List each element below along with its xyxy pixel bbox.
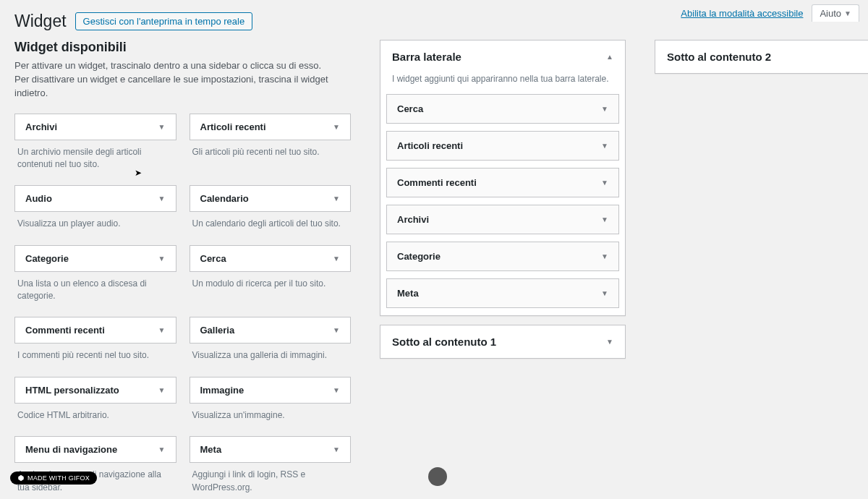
available-widget-item: Categorie▼Una lista o un elenco a disces… xyxy=(14,245,176,315)
caret-down-icon: ▼ xyxy=(844,9,851,17)
gifox-logo-icon xyxy=(17,474,25,482)
available-widget-desc: Un modulo di ricerca per il tuo sito. xyxy=(190,272,352,302)
available-widget-title: HTML personalizzato xyxy=(25,385,119,396)
widget-area-sidebar: Barra laterale ▲ I widget aggiunti qui a… xyxy=(380,40,626,316)
placed-widget-title: Commenti recenti xyxy=(397,177,477,188)
caret-down-icon: ▼ xyxy=(333,386,340,394)
available-widget-title: Cerca xyxy=(200,253,226,264)
caret-down-icon: ▼ xyxy=(601,179,608,187)
available-widget-box[interactable]: Immagine▼ xyxy=(190,377,352,404)
available-widget-title: Articoli recenti xyxy=(200,121,266,132)
caret-down-icon: ▼ xyxy=(333,195,340,202)
placed-widget-title: Articoli recenti xyxy=(397,140,463,151)
available-widget-desc: Un archivio mensile degli articoli conte… xyxy=(14,140,176,183)
widget-area-below-1-header[interactable]: Sotto al contenuto 1 ▼ xyxy=(380,325,625,358)
available-widget-item: Menu di navigazione▼Aggiungi un menu di … xyxy=(14,436,176,499)
available-widget-desc: Gli articoli più recenti nel tuo sito. xyxy=(190,140,352,170)
caret-down-icon: ▼ xyxy=(333,445,340,453)
widget-area-below-2-header[interactable]: Sotto al contenuto 2 ▼ xyxy=(655,40,868,73)
caret-down-icon: ▼ xyxy=(158,326,166,334)
widget-area-below-1: Sotto al contenuto 1 ▼ xyxy=(380,325,626,359)
placed-widget[interactable]: Categorie▼ xyxy=(386,242,619,271)
manage-live-preview-button[interactable]: Gestisci con l'anteprima in tempo reale xyxy=(75,12,253,30)
available-widget-item: Meta▼Aggiungi i link di login, RSS e Wor… xyxy=(190,436,352,499)
placed-widget[interactable]: Archivi▼ xyxy=(386,205,619,234)
placed-widget[interactable]: Commenti recenti▼ xyxy=(386,168,619,197)
accessible-mode-link[interactable]: Abilita la modalità accessibile xyxy=(681,8,803,19)
available-widget-desc: Una lista o un elenco a discesa di categ… xyxy=(14,272,176,315)
widget-area-title: Barra laterale xyxy=(392,51,461,63)
placed-widget[interactable]: Meta▼ xyxy=(386,278,619,308)
available-widget-box[interactable]: Galleria▼ xyxy=(190,317,352,344)
available-widget-box[interactable]: Cerca▼ xyxy=(190,245,352,272)
caret-down-icon: ▼ xyxy=(606,338,613,346)
available-widget-title: Galleria xyxy=(200,325,235,336)
caret-down-icon: ▼ xyxy=(158,445,166,453)
widget-area-below-2: Sotto al contenuto 2 ▼ xyxy=(655,40,868,74)
available-widget-item: Archivi▼Un archivio mensile degli artico… xyxy=(14,114,176,183)
widget-area-title: Sotto al contenuto 1 xyxy=(392,336,496,348)
gifox-badge: MADE WITH GIFOX xyxy=(10,472,97,485)
available-widget-item: Commenti recenti▼I commenti più recenti … xyxy=(14,317,176,373)
available-widget-box[interactable]: Audio▼ xyxy=(14,185,176,212)
available-widgets-heading: Widget disponibili xyxy=(14,40,351,55)
available-widget-box[interactable]: Meta▼ xyxy=(190,436,352,463)
available-widget-item: Cerca▼Un modulo di ricerca per il tuo si… xyxy=(190,245,352,315)
available-widget-title: Commenti recenti xyxy=(25,325,105,336)
caret-down-icon: ▼ xyxy=(333,326,340,334)
placed-widget[interactable]: Articoli recenti▼ xyxy=(386,131,619,161)
available-widget-desc: Visualizza una galleria di immagini. xyxy=(190,344,352,373)
caret-down-icon: ▼ xyxy=(601,142,608,150)
available-widget-item: HTML personalizzato▼Codice HTML arbitrar… xyxy=(14,377,176,433)
available-widget-box[interactable]: Menu di navigazione▼ xyxy=(14,436,176,463)
caret-down-icon: ▼ xyxy=(601,216,608,223)
caret-down-icon: ▼ xyxy=(158,195,166,202)
available-widget-box[interactable]: HTML personalizzato▼ xyxy=(14,377,176,404)
placed-widget-title: Meta xyxy=(397,288,419,299)
available-widget-title: Meta xyxy=(200,444,222,455)
available-widget-box[interactable]: Categorie▼ xyxy=(14,245,176,272)
help-tab[interactable]: Aiuto ▼ xyxy=(812,4,859,22)
available-widget-desc: Visualizza un player audio. xyxy=(14,212,176,242)
available-widget-desc: Codice HTML arbitrario. xyxy=(14,404,176,433)
available-widget-box[interactable]: Calendario▼ xyxy=(190,185,352,212)
placed-widget[interactable]: Cerca▼ xyxy=(386,94,619,124)
available-widget-item: Articoli recenti▼Gli articoli più recent… xyxy=(190,114,352,183)
available-widget-box[interactable]: Archivi▼ xyxy=(14,114,176,140)
available-widget-item: Calendario▼Un calendario degli articoli … xyxy=(190,185,352,242)
page-title: Widget xyxy=(14,12,67,31)
caret-down-icon: ▼ xyxy=(601,252,608,260)
available-widget-desc: I commenti più recenti nel tuo sito. xyxy=(14,344,176,373)
caret-down-icon: ▼ xyxy=(333,123,340,131)
available-widget-desc: Visualizza un'immagine. xyxy=(190,404,352,433)
gifox-badge-label: MADE WITH GIFOX xyxy=(27,474,90,482)
available-widget-title: Menu di navigazione xyxy=(25,444,117,455)
caret-down-icon: ▼ xyxy=(158,255,166,263)
available-widget-box[interactable]: Commenti recenti▼ xyxy=(14,317,176,344)
caret-down-icon: ▼ xyxy=(158,386,166,394)
placed-widget-title: Archivi xyxy=(397,214,429,225)
available-widgets-description: Per attivare un widget, trascinalo dentr… xyxy=(14,59,333,101)
widget-area-sidebar-header[interactable]: Barra laterale ▲ xyxy=(380,40,625,73)
widget-area-title: Sotto al contenuto 2 xyxy=(667,51,771,63)
floating-button[interactable] xyxy=(428,467,447,486)
available-widget-item: Audio▼Visualizza un player audio. xyxy=(14,185,176,242)
available-widget-title: Calendario xyxy=(200,193,249,204)
available-widget-box[interactable]: Articoli recenti▼ xyxy=(190,114,352,140)
available-widget-item: Immagine▼Visualizza un'immagine. xyxy=(190,377,352,433)
caret-down-icon: ▼ xyxy=(601,289,608,297)
available-widget-title: Immagine xyxy=(200,385,244,396)
caret-up-icon: ▲ xyxy=(606,53,613,61)
caret-down-icon: ▼ xyxy=(601,105,608,113)
placed-widget-title: Categorie xyxy=(397,251,441,262)
help-tab-label: Aiuto xyxy=(820,8,841,19)
available-widget-title: Categorie xyxy=(25,253,69,264)
available-widget-title: Archivi xyxy=(25,121,57,132)
available-widget-desc: Un calendario degli articoli del tuo sit… xyxy=(190,212,352,242)
caret-down-icon: ▼ xyxy=(333,255,340,263)
available-widget-item: Galleria▼Visualizza una galleria di imma… xyxy=(190,317,352,373)
caret-down-icon: ▼ xyxy=(158,123,166,131)
placed-widget-title: Cerca xyxy=(397,103,423,114)
widget-area-sidebar-desc: I widget aggiunti qui appariranno nella … xyxy=(380,73,625,94)
available-widget-title: Audio xyxy=(25,193,52,204)
